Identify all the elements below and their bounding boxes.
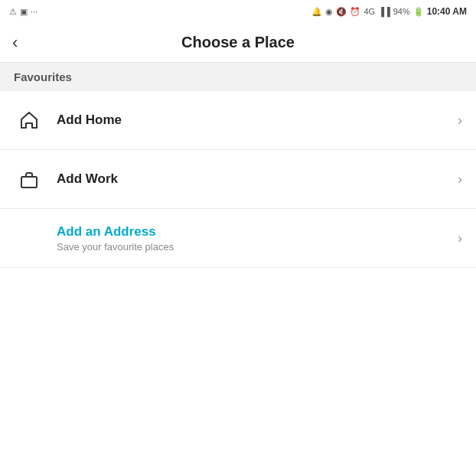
list-item-work[interactable]: Add Work › [0,150,476,209]
address-item-title: Add an Address [57,224,458,240]
home-item-title: Add Home [57,112,458,128]
status-right-icons: 🔔 ◉ 🔇 ⏰ 4G ▐▐ 94% 🔋 10:40 AM [311,6,467,17]
address-item-content: Add an Address Save your favourite place… [57,224,458,253]
status-bar: ⚠ ▣ ··· 🔔 ◉ 🔇 ⏰ 4G ▐▐ 94% 🔋 10:40 AM [0,0,476,23]
section-label-favourites: Favourites [0,63,476,91]
work-chevron-icon: › [458,171,462,187]
home-icon [14,105,44,135]
clock: 10:40 AM [427,6,467,17]
back-button[interactable]: ‹ [12,34,18,51]
home-chevron-icon: › [458,112,462,129]
dots-icon: ··· [31,7,37,16]
favourites-list: Add Home › Add Work › Add an Address Sav… [0,91,476,268]
svg-rect-0 [21,177,37,187]
network-icon: 4G [364,7,375,16]
battery-icon: 🔋 [413,7,424,17]
address-item-subtitle: Save your favourite places [57,241,458,253]
page-title: Choose a Place [181,34,295,51]
battery-percent: 94% [393,7,410,16]
header: ‹ Choose a Place [0,23,476,63]
sim-icon: ▣ [20,7,28,17]
status-left-icons: ⚠ ▣ ··· [9,7,37,17]
work-icon [14,164,44,194]
alarm-icon: ⏰ [350,7,360,17]
location-icon: ◉ [325,7,333,17]
signal-bars: ▐▐ [378,7,390,16]
list-item-address[interactable]: Add an Address Save your favourite place… [0,209,476,268]
work-item-content: Add Work [57,171,458,187]
notification-icon: 🔔 [311,7,322,17]
warning-icon: ⚠ [9,7,17,17]
list-item-home[interactable]: Add Home › [0,91,476,150]
address-chevron-icon: › [458,230,462,246]
address-icon [14,223,44,253]
home-item-content: Add Home [57,112,458,128]
mute-icon: 🔇 [336,7,347,17]
work-item-title: Add Work [57,171,458,187]
